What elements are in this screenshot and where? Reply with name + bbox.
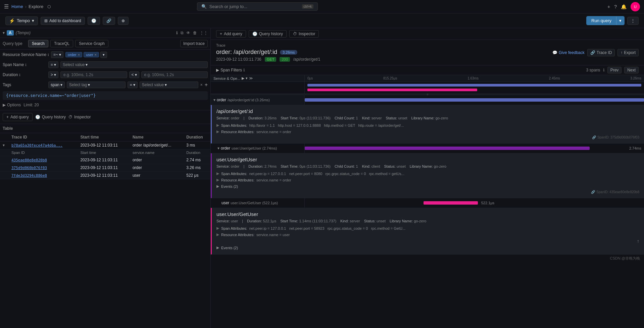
span-row-1: ▾ order /api/order/get/:id (3.26ms) <box>211 95 644 105</box>
trace-id-button[interactable]: 🔗 Trace ID <box>587 49 615 56</box>
zoom-icon-btn[interactable]: ⊕ <box>118 17 129 25</box>
import-trace-button[interactable]: Import trace <box>180 40 208 47</box>
plus-icon[interactable]: + <box>607 4 610 9</box>
tab-traceql[interactable]: TraceQL <box>50 40 73 47</box>
global-search[interactable]: 🔍 Search or jump to... ctrl+k <box>197 2 318 11</box>
tab-search[interactable]: Search <box>28 40 48 47</box>
trace-query-history-button[interactable]: 🕐 Query history <box>249 30 287 38</box>
inspector-button[interactable]: ⏱ Inspector <box>68 115 91 119</box>
remove-user-tag[interactable]: × <box>95 53 97 57</box>
trace-inspector-button[interactable]: ⏱ Inspector <box>289 30 319 38</box>
query-info-icon[interactable]: ℹ <box>176 31 178 35</box>
span-1-bar-cell <box>305 95 644 105</box>
link-icon-btn[interactable]: 🔗 <box>103 17 115 25</box>
span-2-events-row[interactable]: ▶ Events (2) <box>216 183 639 189</box>
duration-min-input[interactable] <box>60 71 127 78</box>
span-3-scroll-up[interactable]: ↑ <box>216 238 639 244</box>
span-id-link[interactable]: 435eae80e8e820b8 <box>11 158 47 162</box>
filter-duration: Duration ℹ > ▾ < ▾ <box>0 70 210 80</box>
give-feedback-button[interactable]: 💬 Give feedback <box>552 50 585 55</box>
resource-service-name-op[interactable]: =~ ▾ <box>51 51 63 58</box>
trace-name: order /api/order/get/... <box>130 142 184 149</box>
table-row[interactable]: ▾ b78a65a30fece47a4d6a... 2023-09-12 11:… <box>0 142 210 149</box>
span-row[interactable]: 435eae80e8e820b8 2023-09-12 11:03:11 ord… <box>0 156 210 164</box>
trace-title-section: Trace order: /api/order/get/:id 3.26ms 2… <box>211 40 644 65</box>
span-2-name-cell[interactable]: ▾ order user.User/getUser (2.74ms) <box>211 144 305 153</box>
span-3-name-cell[interactable]: user user.User/GetUser (522.1μs) <box>211 198 305 208</box>
tags-remove-icon[interactable]: × <box>200 83 203 87</box>
span-filters-label[interactable]: ▶ Span Filters ℹ <box>216 68 245 72</box>
span-id-link[interactable]: 375d9d060b076f03 <box>11 166 47 170</box>
add-query-button[interactable]: + Add query <box>3 113 33 121</box>
trace-add-query-button[interactable]: + Add query <box>216 30 246 38</box>
run-query-arrow[interactable]: ▾ <box>616 16 624 25</box>
tags-tag-select[interactable]: Select tag ▾ <box>67 81 126 88</box>
explore-link[interactable]: Explore <box>29 4 43 9</box>
more-options-button[interactable]: ⋮ <box>627 17 639 25</box>
hamburger-icon[interactable]: ☰ <box>4 3 9 10</box>
add-to-dashboard-button[interactable]: ⊞ Add to dashboard <box>41 17 85 25</box>
col-trace-id[interactable]: Trace ID <box>9 133 78 142</box>
query-history-button[interactable]: 🕐 Query history <box>35 115 66 119</box>
span-3-attrs-row[interactable]: ▶ Span Attributes: net.peer.ip = 127.0.0… <box>216 225 639 231</box>
remove-order-tag[interactable]: × <box>78 53 80 57</box>
expand-icon[interactable]: ▾ <box>246 76 248 80</box>
span-filters-info-icon[interactable]: ℹ <box>243 68 245 72</box>
home-link[interactable]: Home <box>11 4 23 9</box>
query-delete-icon[interactable]: 🗑 <box>193 31 197 35</box>
scroll-up-icon[interactable]: ↑ <box>637 238 639 244</box>
span-name-info-icon[interactable]: ℹ <box>25 63 27 67</box>
span-name-value[interactable]: Select value ▾ <box>60 61 208 68</box>
col-name[interactable]: Name <box>130 133 184 142</box>
col-duration[interactable]: Duration <box>184 133 210 142</box>
span-name-op[interactable]: = ▾ <box>48 61 58 68</box>
expand-all-icon[interactable]: ≫ <box>249 76 253 80</box>
duration-info-icon[interactable]: ℹ <box>19 73 20 77</box>
duration-op-lt[interactable]: < ▾ <box>129 71 139 78</box>
tags-eq-op[interactable]: = ▾ <box>128 81 138 88</box>
span-row[interactable]: 7fde3d3294c886e8 2023-09-12 11:03:11 use… <box>0 172 210 179</box>
help-icon[interactable]: ? <box>614 4 617 9</box>
query-eye-icon[interactable]: 👁 <box>186 31 190 35</box>
export-button[interactable]: ↑ Export <box>617 49 639 56</box>
resource-service-name-info-icon[interactable]: ℹ <box>48 53 49 57</box>
share-icon[interactable]: ⬡ <box>47 4 51 9</box>
run-query-button[interactable]: Run query <box>587 16 616 25</box>
query-copy-icon[interactable]: ⧉ <box>181 31 184 35</box>
tags-value-select[interactable]: Select value ▾ <box>140 81 198 88</box>
tags-add-icon[interactable]: + <box>205 82 208 88</box>
collapse-icon[interactable]: ▾ <box>3 31 5 35</box>
duration-max-input[interactable] <box>141 71 208 78</box>
bell-icon[interactable]: 🔔 <box>621 4 627 9</box>
span-3-resource-attrs-row[interactable]: ▶ Resource Attributes: service.name = us… <box>216 231 639 238</box>
next-button[interactable]: Next <box>624 67 639 73</box>
trace-id-link[interactable]: b78a65a30fece47a4d6a... <box>11 143 62 148</box>
duration-op-gt[interactable]: > ▾ <box>48 71 58 78</box>
options-row: ▶ Options Limit: 20 <box>0 101 210 110</box>
query-drag-icon[interactable]: ⋮⋮ <box>200 31 208 35</box>
span-2-attrs-row[interactable]: ▶ Span Attributes: net.peer.ip = 127.0.0… <box>216 170 639 177</box>
col-start-time[interactable]: Start time <box>78 133 130 142</box>
span-3-events-row[interactable]: ▶ Events (2) <box>216 244 639 251</box>
tags-scope[interactable]: span ▾ <box>48 81 65 88</box>
trace-duration-badge: 3.26ms <box>280 50 297 55</box>
span-2-resource-attrs-row[interactable]: ▶ Resource Attributes: service.name = or… <box>216 177 639 183</box>
inspector-icon: ⏱ <box>68 115 72 119</box>
datasource-select[interactable]: ⚡ Tempo ▾ <box>5 16 38 25</box>
query-preview: {resource.service.name=~"order|user"} <box>3 91 208 100</box>
span-row[interactable]: 375d9d060b076f03 2023-09-12 11:03:11 ord… <box>0 164 210 172</box>
span-1-resource-attrs-row[interactable]: ▶ Resource Attributes: service.name = or… <box>216 128 639 135</box>
span-1-name-cell[interactable]: ▾ order /api/order/get/:id (3.26ms) <box>211 95 305 105</box>
clock-icon-btn[interactable]: 🕐 <box>88 17 100 25</box>
user-avatar[interactable]: U <box>631 2 640 11</box>
tab-service-graph[interactable]: Service Graph <box>75 40 108 47</box>
resource-service-name-more[interactable]: ▾ <box>100 52 107 58</box>
spans-info-icon[interactable]: ℹ <box>603 68 605 72</box>
span-1-attrs-row[interactable]: ▶ Span Attributes: http.flavor = 1.1 htt… <box>216 122 639 128</box>
span-id-link[interactable]: 7fde3d3294c886e8 <box>11 173 47 178</box>
chevron-right-icon[interactable]: ▶ <box>242 76 244 80</box>
trace-label: Trace <box>216 43 320 47</box>
prev-button[interactable]: Prev <box>607 67 622 73</box>
options-toggle[interactable]: ▶ Options <box>3 103 21 107</box>
row-expand-icon[interactable]: ▾ <box>3 143 5 148</box>
